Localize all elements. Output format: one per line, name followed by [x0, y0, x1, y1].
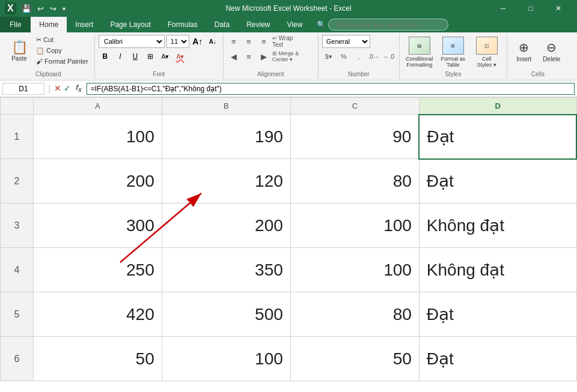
border-button[interactable]: ⊞: [144, 50, 157, 63]
currency-button[interactable]: $▾: [322, 50, 335, 63]
ribbon: File Home Insert Page Layout Formulas Da…: [0, 17, 577, 80]
tab-file[interactable]: File: [0, 17, 31, 32]
tab-home[interactable]: Home: [31, 17, 67, 32]
decrease-font-size-button[interactable]: A↓: [206, 35, 219, 48]
row-header-4[interactable]: 4: [1, 248, 34, 292]
formula-input[interactable]: [87, 83, 575, 95]
row-header-1[interactable]: 1: [1, 115, 34, 159]
insert-function-button[interactable]: fx: [73, 83, 84, 93]
cell-d2[interactable]: Đạt: [419, 159, 576, 204]
col-header-c[interactable]: C: [290, 98, 419, 115]
cell-a1[interactable]: 100: [33, 115, 162, 159]
cell-b4[interactable]: 350: [162, 248, 290, 292]
align-right-button[interactable]: ▶: [257, 50, 270, 63]
customize-qat-button[interactable]: ▾: [61, 5, 67, 13]
wrap-text-button[interactable]: ↵ Wrap Text: [272, 35, 305, 48]
merge-center-button[interactable]: ⊞ Merge & Center ▾: [272, 50, 314, 63]
cell-d4[interactable]: Không đạt: [419, 248, 576, 292]
cell-styles-button[interactable]: ◫ CellStyles ▾: [471, 35, 503, 70]
row-header-6[interactable]: 6: [1, 337, 34, 381]
cell-c6[interactable]: 50: [290, 337, 419, 381]
tab-review[interactable]: Review: [238, 17, 278, 32]
cell-c1[interactable]: 90: [290, 115, 419, 159]
paste-button[interactable]: 📋 Paste: [6, 35, 32, 67]
fill-color-button[interactable]: A▾: [159, 50, 172, 63]
copy-button[interactable]: 📋 Copy: [34, 46, 91, 56]
table-row: 4250350100Không đạt: [1, 248, 577, 292]
tab-formulas[interactable]: Formulas: [159, 17, 206, 32]
alignment-bottom-row: ◀ ≡ ▶ ⊞ Merge & Center ▾: [227, 50, 314, 63]
tab-insert[interactable]: Insert: [67, 17, 102, 32]
increase-font-size-button[interactable]: A↑: [191, 35, 204, 48]
font-name-select[interactable]: Calibri: [99, 35, 165, 48]
cell-c2[interactable]: 80: [290, 159, 419, 204]
window-controls: ─ □ ✕: [489, 0, 572, 17]
minimize-button[interactable]: ─: [489, 0, 517, 17]
cell-a6[interactable]: 50: [33, 337, 162, 381]
cell-d6[interactable]: Đạt: [419, 337, 576, 381]
cut-button[interactable]: ✂ Cut: [34, 35, 91, 45]
number-format-select[interactable]: General: [322, 35, 370, 48]
format-as-table-label: Format asTable: [441, 56, 466, 68]
cell-a4[interactable]: 250: [33, 248, 162, 292]
cell-b3[interactable]: 200: [162, 204, 290, 248]
number-group-content: General $▾ % , .0→ ←.0: [322, 35, 395, 70]
cell-a5[interactable]: 420: [33, 292, 162, 337]
cell-b5[interactable]: 500: [162, 292, 290, 337]
column-header-row: A B C D: [1, 98, 577, 115]
redo-qat-button[interactable]: ↪: [48, 4, 58, 14]
format-as-table-button[interactable]: ⊞ Format asTable: [437, 35, 469, 70]
cell-styles-icon: ◫: [476, 37, 498, 55]
col-header-d[interactable]: D: [419, 98, 576, 115]
row-header-3[interactable]: 3: [1, 204, 34, 248]
cell-c5[interactable]: 80: [290, 292, 419, 337]
cell-b2[interactable]: 120: [162, 159, 290, 204]
undo-qat-button[interactable]: ↩: [35, 4, 46, 14]
align-top-right-button[interactable]: ≡: [257, 35, 270, 48]
italic-button[interactable]: I: [114, 50, 127, 63]
save-qat-button[interactable]: 💾: [20, 4, 33, 14]
cell-d5[interactable]: Đạt: [419, 292, 576, 337]
tell-me-input[interactable]: [328, 19, 448, 31]
close-button[interactable]: ✕: [545, 0, 572, 17]
col-header-a[interactable]: A: [33, 98, 162, 115]
cell-c4[interactable]: 100: [290, 248, 419, 292]
cell-c3[interactable]: 100: [290, 204, 419, 248]
maximize-button[interactable]: □: [517, 0, 545, 17]
tab-page-layout[interactable]: Page Layout: [102, 17, 159, 32]
bold-button[interactable]: B: [99, 50, 112, 63]
align-center-button[interactable]: ≡: [242, 50, 255, 63]
delete-button[interactable]: ⊖ Delete: [539, 35, 565, 67]
alignment-top-row: ≡ ≡ ≡ ↵ Wrap Text: [227, 35, 305, 48]
underline-button[interactable]: U: [129, 50, 142, 63]
tab-data[interactable]: Data: [206, 17, 238, 32]
cell-a3[interactable]: 300: [33, 204, 162, 248]
align-left-button[interactable]: ◀: [227, 50, 240, 63]
cell-reference-input[interactable]: [2, 83, 44, 95]
cell-b1[interactable]: 190: [162, 115, 290, 159]
format-painter-button[interactable]: 🖌 Format Painter: [34, 56, 91, 66]
excel-icon: X: [5, 2, 16, 14]
conditional-formatting-button[interactable]: ▤ ConditionalFormatting: [403, 35, 436, 70]
insert-button[interactable]: ⊕ Insert: [511, 35, 537, 67]
cell-d1[interactable]: Đạt: [419, 115, 576, 159]
decrease-decimal-button[interactable]: ←.0: [382, 50, 395, 63]
cell-a2[interactable]: 200: [33, 159, 162, 204]
confirm-formula-button[interactable]: ✓: [64, 83, 71, 93]
tab-view[interactable]: View: [279, 17, 311, 32]
row-header-2[interactable]: 2: [1, 159, 34, 204]
font-color-button[interactable]: A▾: [174, 50, 187, 63]
cancel-formula-button[interactable]: ✕: [54, 83, 61, 93]
row-header-5[interactable]: 5: [1, 292, 34, 337]
increase-decimal-button[interactable]: .0→: [367, 50, 380, 63]
percent-button[interactable]: %: [337, 50, 350, 63]
comma-button[interactable]: ,: [352, 50, 365, 63]
col-header-b[interactable]: B: [162, 98, 290, 115]
align-top-center-button[interactable]: ≡: [242, 35, 255, 48]
font-group: Calibri 11 A↑ A↓ B I U ⊞ A▾ A▾ Font: [95, 34, 224, 79]
cell-d3[interactable]: Không đạt: [419, 204, 576, 248]
font-style-row: B I U ⊞ A▾ A▾: [99, 50, 187, 63]
align-top-left-button[interactable]: ≡: [227, 35, 240, 48]
font-size-select[interactable]: 11: [166, 35, 189, 48]
cell-b6[interactable]: 100: [162, 337, 290, 381]
